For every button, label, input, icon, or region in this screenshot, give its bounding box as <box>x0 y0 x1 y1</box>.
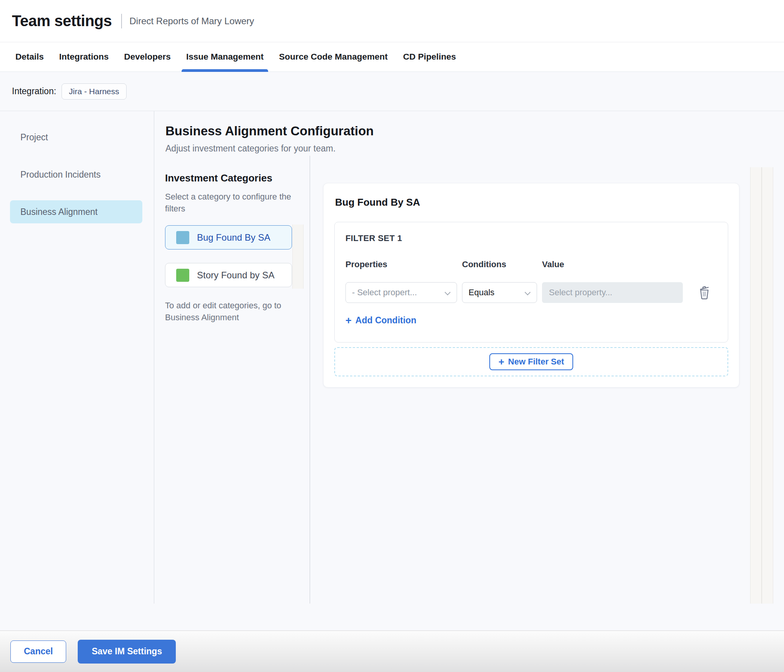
page-title: Team settings <box>12 12 112 30</box>
category-label: Bug Found By SA <box>197 232 270 243</box>
filter-set-1: FILTER SET 1 Properties Conditions Value… <box>334 222 728 343</box>
story-category-color-swatch <box>176 269 189 282</box>
categories-scrollbar-track[interactable] <box>292 225 304 289</box>
categories-footnote: To add or edit categories, go to Busines… <box>165 299 294 323</box>
section-subtitle: Adjust investment categories for your te… <box>165 143 374 154</box>
sidebar-item-production-incidents[interactable]: Production Incidents <box>0 163 154 186</box>
category-story-found-by-sa[interactable]: Story Found by SA <box>165 263 292 287</box>
cancel-button[interactable]: Cancel <box>10 640 66 663</box>
chevron-down-icon <box>445 289 451 296</box>
page-header: Team settings Direct Reports of Mary Low… <box>0 0 784 42</box>
new-filter-set-label: New Filter Set <box>508 357 564 367</box>
investment-categories-panel: Investment Categories Select a category … <box>165 171 300 323</box>
content-area: Project Production Incidents Business Al… <box>0 111 784 630</box>
save-im-settings-button[interactable]: Save IM Settings <box>78 640 176 664</box>
tab-issue-management[interactable]: Issue Management <box>182 42 268 72</box>
category-label: Story Found by SA <box>197 270 274 281</box>
filter-set-label: FILTER SET 1 <box>345 234 717 243</box>
plus-icon: + <box>345 316 352 325</box>
sidebar-item-project[interactable]: Project <box>0 126 154 149</box>
property-select[interactable]: - Select propert... <box>345 282 457 303</box>
team-settings-page: Team settings Direct Reports of Mary Low… <box>0 0 784 672</box>
chevron-down-icon <box>525 289 531 296</box>
value-input[interactable] <box>542 282 683 303</box>
tab-integrations[interactable]: Integrations <box>55 42 113 72</box>
add-condition-label: Add Condition <box>355 315 416 326</box>
title-separator <box>121 14 122 28</box>
section-heading: Business Alignment Configuration Adjust … <box>165 123 374 154</box>
filter-column-headers: Properties Conditions Value <box>345 260 717 269</box>
new-filter-set-dropzone: + New Filter Set <box>334 347 728 376</box>
section-title: Business Alignment Configuration <box>165 123 374 140</box>
tab-details[interactable]: Details <box>11 42 48 72</box>
trash-icon[interactable] <box>698 285 711 300</box>
add-condition-button[interactable]: + Add Condition <box>345 315 416 326</box>
footer-action-bar: Cancel Save IM Settings <box>0 630 784 672</box>
condition-select-value: Equals <box>469 288 494 298</box>
category-bug-found-by-sa[interactable]: Bug Found By SA <box>165 225 292 250</box>
filter-config-card: Bug Found By SA FILTER SET 1 Properties … <box>323 183 739 388</box>
plus-icon: + <box>499 358 504 366</box>
tab-source-code-management[interactable]: Source Code Management <box>274 42 392 72</box>
categories-hint: Select a category to configure the filte… <box>165 191 300 215</box>
tab-developers[interactable]: Developers <box>120 42 175 72</box>
categories-heading: Investment Categories <box>165 171 300 185</box>
properties-column-header: Properties <box>345 260 457 269</box>
vertical-scrollbar-track-inner[interactable] <box>762 167 773 604</box>
tab-cd-pipelines[interactable]: CD Pipelines <box>399 42 461 72</box>
filter-card-title: Bug Found By SA <box>335 196 728 209</box>
bug-category-color-swatch <box>176 231 189 244</box>
integration-label: Integration: <box>12 86 56 96</box>
page-subtitle: Direct Reports of Mary Lowery <box>130 16 254 27</box>
value-column-header: Value <box>542 260 683 269</box>
conditions-column-header: Conditions <box>462 260 537 269</box>
categories-divider <box>310 156 310 604</box>
sidebar-item-business-alignment[interactable]: Business Alignment <box>10 200 142 223</box>
tab-bar: Details Integrations Developers Issue Ma… <box>0 42 784 72</box>
integration-row: Integration: Jira - Harness <box>0 72 784 111</box>
vertical-scrollbar-track-outer[interactable] <box>750 167 762 604</box>
new-filter-set-button[interactable]: + New Filter Set <box>489 353 574 370</box>
integration-chip[interactable]: Jira - Harness <box>62 83 127 100</box>
condition-select[interactable]: Equals <box>462 282 537 303</box>
sidebar-divider <box>154 111 154 604</box>
filter-condition-row: - Select propert... Equals <box>345 282 717 303</box>
property-select-value: - Select propert... <box>352 288 417 298</box>
